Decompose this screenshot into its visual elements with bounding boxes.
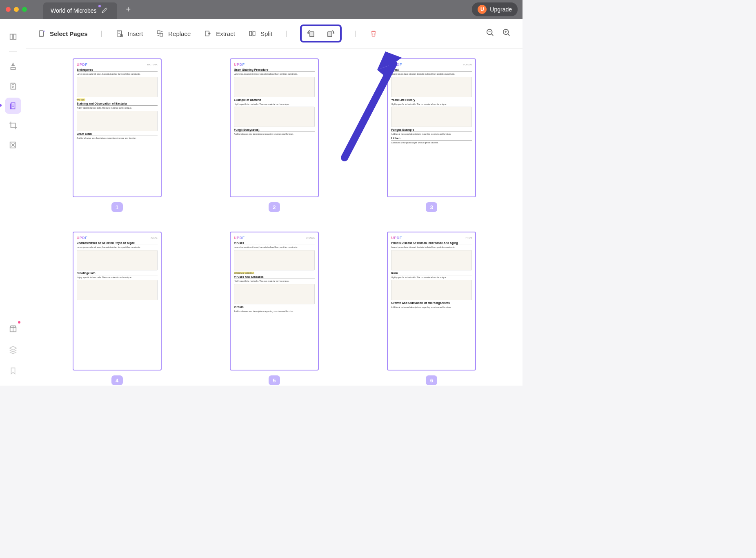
- page-thumbnail[interactable]: UPDFFUNGUSYeastLorem ipsum dolor sit ame…: [387, 58, 476, 197]
- page-thumbnail-cell: UPDFGram Staining ProcedureLorem ipsum d…: [208, 58, 340, 212]
- select-pages-label: Select Pages: [50, 30, 88, 37]
- page-number-badge: 4: [111, 375, 123, 385]
- sidebar-bookmark-button[interactable]: [5, 363, 21, 379]
- titlebar: World of Microbes + U Upgrade: [0, 0, 523, 19]
- insert-icon: [116, 29, 124, 38]
- sidebar: [0, 19, 26, 386]
- page-thumbnail[interactable]: UPDFGram Staining ProcedureLorem ipsum d…: [230, 58, 319, 197]
- svg-rect-7: [160, 33, 163, 36]
- replace-button[interactable]: Replace: [156, 29, 191, 38]
- separator: |: [101, 30, 102, 37]
- main-area: Select Pages | Insert Replace Extract: [0, 19, 523, 386]
- page-number-badge: 1: [111, 202, 123, 212]
- select-pages-button[interactable]: Select Pages: [38, 29, 88, 38]
- page-number-badge: 2: [269, 202, 280, 212]
- svg-rect-9: [249, 31, 251, 36]
- unsaved-indicator: [98, 5, 101, 7]
- page-thumbnail[interactable]: UPDFVIRUSESVirusesLorem ipsum dolor sit …: [230, 232, 319, 371]
- window-controls: [6, 7, 27, 12]
- rotate-right-button[interactable]: [325, 28, 336, 39]
- new-tab-button[interactable]: +: [123, 3, 134, 16]
- insert-label: Insert: [128, 30, 143, 37]
- upgrade-badge-icon: U: [478, 5, 487, 14]
- sidebar-layers-button[interactable]: [5, 341, 21, 358]
- svg-rect-10: [253, 31, 255, 36]
- sidebar-annotate-button[interactable]: [5, 58, 21, 75]
- upgrade-label: Upgrade: [490, 6, 512, 13]
- tab-bar: World of Microbes +: [43, 0, 134, 19]
- sidebar-reader-button[interactable]: [5, 29, 21, 45]
- zoom-in-button[interactable]: [502, 28, 511, 39]
- extract-icon: [204, 29, 212, 38]
- page-number-badge: 3: [426, 202, 437, 212]
- sidebar-watermark-button[interactable]: [5, 137, 21, 153]
- split-icon: [248, 29, 256, 38]
- rotate-left-button[interactable]: [306, 28, 317, 39]
- zoom-out-button[interactable]: [486, 28, 495, 39]
- svg-point-3: [43, 31, 44, 32]
- svg-rect-12: [328, 32, 332, 37]
- replace-icon: [156, 29, 164, 38]
- tab-title: World of Microbes: [51, 7, 97, 14]
- rotate-group-highlighted: [300, 25, 342, 42]
- edit-tab-icon[interactable]: [102, 7, 107, 14]
- replace-label: Replace: [168, 30, 191, 37]
- sidebar-organize-button[interactable]: [5, 98, 21, 114]
- page-thumbnail-cell: UPDFBACTERIAEndosporesLorem ipsum dolor …: [51, 58, 183, 212]
- page-grid-area[interactable]: UPDFBACTERIAEndosporesLorem ipsum dolor …: [26, 49, 523, 386]
- split-label: Split: [260, 30, 272, 37]
- page-toolbar: Select Pages | Insert Replace Extract: [26, 19, 523, 49]
- page-thumbnail-cell: UPDFALGAECharacteristics Of Selected Phy…: [51, 232, 183, 385]
- sidebar-edit-button[interactable]: [5, 78, 21, 94]
- page-thumbnail-cell: UPDFPRIONPrion's Disease Of Human Inheri…: [365, 232, 498, 385]
- minimize-window-button[interactable]: [14, 7, 19, 12]
- sidebar-crop-button[interactable]: [5, 117, 21, 134]
- page-thumbnail[interactable]: UPDFPRIONPrion's Disease Of Human Inheri…: [387, 232, 476, 371]
- tab-document[interactable]: World of Microbes: [43, 2, 117, 19]
- page-thumbnail[interactable]: UPDFALGAECharacteristics Of Selected Phy…: [73, 232, 162, 371]
- content-area: Select Pages | Insert Replace Extract: [26, 19, 523, 386]
- separator: |: [355, 30, 356, 37]
- page-thumbnail[interactable]: UPDFBACTERIAEndosporesLorem ipsum dolor …: [73, 58, 162, 197]
- maximize-window-button[interactable]: [22, 7, 27, 12]
- notification-dot: [18, 321, 20, 324]
- split-button[interactable]: Split: [248, 29, 272, 38]
- page-number-badge: 5: [269, 375, 280, 385]
- separator: |: [285, 30, 287, 37]
- sidebar-gift-button[interactable]: [5, 320, 21, 337]
- delete-button[interactable]: [369, 29, 378, 38]
- svg-rect-2: [39, 31, 43, 36]
- select-pages-icon: [38, 29, 46, 38]
- svg-rect-6: [157, 31, 160, 33]
- zoom-group: [486, 28, 511, 39]
- svg-rect-11: [310, 32, 314, 37]
- upgrade-button[interactable]: U Upgrade: [472, 2, 518, 16]
- page-number-badge: 6: [426, 375, 437, 385]
- page-thumbnail-cell: UPDFVIRUSESVirusesLorem ipsum dolor sit …: [208, 232, 340, 385]
- insert-button[interactable]: Insert: [116, 29, 143, 38]
- page-thumbnail-cell: UPDFFUNGUSYeastLorem ipsum dolor sit ame…: [365, 58, 498, 212]
- close-window-button[interactable]: [6, 7, 11, 12]
- svg-rect-4: [117, 31, 122, 36]
- extract-button[interactable]: Extract: [204, 29, 235, 38]
- extract-label: Extract: [216, 30, 235, 37]
